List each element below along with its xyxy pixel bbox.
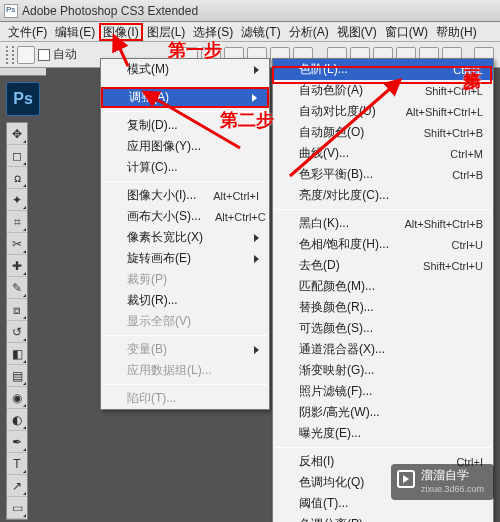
menu-item-label: 变量(B) xyxy=(127,341,167,358)
menu-item[interactable]: 曝光度(E)... xyxy=(273,423,493,444)
menu-item: 显示全部(V) xyxy=(101,311,269,332)
menu-item[interactable]: 渐变映射(G)... xyxy=(273,360,493,381)
menu-item-label: 替换颜色(R)... xyxy=(299,299,374,316)
adjustments-submenu: 色阶(L)...Ctrl+L自动色阶(A)Shift+Ctrl+L自动对比度(U… xyxy=(272,58,494,522)
tool-preset-button[interactable] xyxy=(17,46,35,64)
menu-item[interactable]: 去色(D)Shift+Ctrl+U xyxy=(273,255,493,276)
shortcut-label: Alt+Ctrl+I xyxy=(199,190,259,202)
shortcut-label: Ctrl+B xyxy=(438,169,483,181)
menu-item[interactable]: 色彩平衡(B)...Ctrl+B xyxy=(273,164,493,185)
menu-item-label: 计算(C)... xyxy=(127,159,178,176)
menu-item-label: 阴影/高光(W)... xyxy=(299,404,380,421)
tool-history[interactable]: ↺ xyxy=(7,321,27,343)
tool-crop[interactable]: ⌗ xyxy=(7,211,27,233)
menu-item-label: 自动色阶(A) xyxy=(299,82,363,99)
menu-item[interactable]: 色相/饱和度(H)...Ctrl+U xyxy=(273,234,493,255)
menu-item[interactable]: 像素长宽比(X) xyxy=(101,227,269,248)
menu-item[interactable]: 自动色阶(A)Shift+Ctrl+L xyxy=(273,80,493,101)
tool-path[interactable]: ↗ xyxy=(7,475,27,497)
tool-slice[interactable]: ✂ xyxy=(7,233,27,255)
submenu-arrow-icon xyxy=(254,255,259,263)
tool-blur[interactable]: ◉ xyxy=(7,387,27,409)
menu-item[interactable]: 图像大小(I)...Alt+Ctrl+I xyxy=(101,185,269,206)
menu-item-label: 可选颜色(S)... xyxy=(299,320,373,337)
menu-item[interactable]: 应用图像(Y)... xyxy=(101,136,269,157)
menu-item-label: 显示全部(V) xyxy=(127,313,191,330)
tool-wand[interactable]: ✦ xyxy=(7,189,27,211)
menu-视图(V)[interactable]: 视图(V) xyxy=(333,23,381,41)
menu-item[interactable]: 模式(M) xyxy=(101,59,269,80)
separator xyxy=(275,209,491,210)
menu-item-label: 反相(I) xyxy=(299,453,334,470)
menu-分析(A)[interactable]: 分析(A) xyxy=(285,23,333,41)
menu-item[interactable]: 计算(C)... xyxy=(101,157,269,178)
menu-帮助(H)[interactable]: 帮助(H) xyxy=(432,23,481,41)
watermark-line1: 溜溜自学 xyxy=(421,468,484,482)
tool-heal[interactable]: ✚ xyxy=(7,255,27,277)
tool-gradient[interactable]: ▤ xyxy=(7,365,27,387)
tool-type[interactable]: T xyxy=(7,453,27,475)
menu-item-label: 色相/饱和度(H)... xyxy=(299,236,389,253)
menu-item[interactable]: 通道混合器(X)... xyxy=(273,339,493,360)
tool-lasso[interactable]: ᘯ xyxy=(7,167,27,189)
menu-item-label: 通道混合器(X)... xyxy=(299,341,385,358)
menu-item[interactable]: 自动颜色(O)Shift+Ctrl+B xyxy=(273,122,493,143)
tool-dodge[interactable]: ◐ xyxy=(7,409,27,431)
menu-item-label: 旋转画布(E) xyxy=(127,250,191,267)
tool-pen[interactable]: ✒ xyxy=(7,431,27,453)
shortcut-label: Ctrl+M xyxy=(436,148,483,160)
menu-item-label: 照片滤镜(F)... xyxy=(299,383,372,400)
tool-brush[interactable]: ✎ xyxy=(7,277,27,299)
menu-编辑(E)[interactable]: 编辑(E) xyxy=(51,23,99,41)
menu-item[interactable]: 亮度/对比度(C)... xyxy=(273,185,493,206)
menu-item: 应用数据组(L)... xyxy=(101,360,269,381)
tool-marquee[interactable]: ◻ xyxy=(7,145,27,167)
image-menu: 模式(M)调整(A)复制(D)...应用图像(Y)...计算(C)...图像大小… xyxy=(100,58,270,410)
menu-item[interactable]: 匹配颜色(M)... xyxy=(273,276,493,297)
menu-item-label: 陷印(T)... xyxy=(127,390,176,407)
panel-strip xyxy=(0,68,46,76)
shortcut-label: Alt+Ctrl+C xyxy=(201,211,266,223)
menu-item[interactable]: 替换颜色(R)... xyxy=(273,297,493,318)
auto-checkbox[interactable] xyxy=(38,49,50,61)
menu-item-label: 阈值(T)... xyxy=(299,495,348,512)
tool-shape[interactable]: ▭ xyxy=(7,497,27,519)
menu-文件(F)[interactable]: 文件(F) xyxy=(4,23,51,41)
menu-选择(S)[interactable]: 选择(S) xyxy=(189,23,237,41)
menu-图像(I)[interactable]: 图像(I) xyxy=(99,23,142,41)
menu-item[interactable]: 复制(D)... xyxy=(101,115,269,136)
menu-图层(L)[interactable]: 图层(L) xyxy=(143,23,190,41)
menu-item[interactable]: 可选颜色(S)... xyxy=(273,318,493,339)
menu-item-label: 应用数据组(L)... xyxy=(127,362,212,379)
menu-item-label: 色调分离(P)... xyxy=(299,516,373,522)
grip-icon xyxy=(6,46,14,64)
tool-move[interactable]: ✥ xyxy=(7,123,27,145)
menu-滤镜(T)[interactable]: 滤镜(T) xyxy=(237,23,284,41)
menu-item[interactable]: 曲线(V)...Ctrl+M xyxy=(273,143,493,164)
menu-item[interactable]: 裁切(R)... xyxy=(101,290,269,311)
menu-item[interactable]: 调整(A) xyxy=(101,87,269,108)
submenu-arrow-icon xyxy=(254,234,259,242)
toolbox: ✥◻ᘯ✦⌗✂✚✎⧈↺◧▤◉◐✒T↗▭ xyxy=(6,122,28,520)
menu-item-label: 模式(M) xyxy=(127,61,169,78)
menu-item[interactable]: 色阶(L)...Ctrl+L xyxy=(273,59,493,80)
shortcut-label: Alt+Shift+Ctrl+L xyxy=(392,106,483,118)
titlebar: Adobe Photoshop CS3 Extended xyxy=(0,0,500,22)
menu-item[interactable]: 旋转画布(E) xyxy=(101,248,269,269)
menu-item-label: 亮度/对比度(C)... xyxy=(299,187,389,204)
menu-item[interactable]: 照片滤镜(F)... xyxy=(273,381,493,402)
separator xyxy=(103,384,267,385)
menu-item[interactable]: 色调分离(P)... xyxy=(273,514,493,522)
tool-stamp[interactable]: ⧈ xyxy=(7,299,27,321)
tool-eraser[interactable]: ◧ xyxy=(7,343,27,365)
menu-item-label: 应用图像(Y)... xyxy=(127,138,201,155)
menu-item[interactable]: 阴影/高光(W)... xyxy=(273,402,493,423)
menu-item[interactable]: 画布大小(S)...Alt+Ctrl+C xyxy=(101,206,269,227)
menu-item[interactable]: 自动对比度(U)Alt+Shift+Ctrl+L xyxy=(273,101,493,122)
watermark-line2: zixue.3d66.com xyxy=(421,482,484,496)
menu-item: 变量(B) xyxy=(101,339,269,360)
menu-窗口(W)[interactable]: 窗口(W) xyxy=(381,23,432,41)
menu-item[interactable]: 黑白(K)...Alt+Shift+Ctrl+B xyxy=(273,213,493,234)
submenu-arrow-icon xyxy=(254,346,259,354)
menu-item-label: 裁切(R)... xyxy=(127,292,178,309)
